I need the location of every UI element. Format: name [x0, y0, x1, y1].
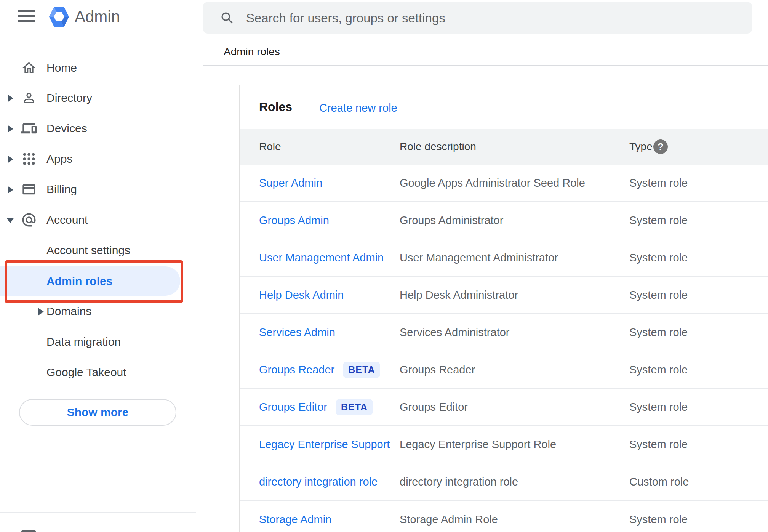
sidebar-item-apps[interactable]: Apps — [0, 144, 202, 174]
roles-panel: Roles Create new role Role Role descript… — [239, 85, 768, 532]
sidebar-item-label: Apps — [46, 152, 72, 165]
beta-badge: BETA — [343, 362, 380, 378]
help-icon[interactable]: ? — [653, 139, 668, 154]
table-row: Super Admin Google Apps Administrator Se… — [240, 165, 768, 202]
expand-caret-icon[interactable] — [8, 186, 13, 194]
sidebar-item-account[interactable]: Account — [0, 205, 202, 235]
search-bar[interactable] — [203, 2, 752, 34]
role-description: Help Desk Administrator — [400, 289, 518, 301]
expand-caret-icon[interactable] — [8, 155, 13, 163]
sidebar-item-account-settings[interactable]: Account settings — [0, 235, 202, 266]
table-header-row: Role Role description Type ? — [240, 129, 768, 165]
sidebar-item-home[interactable]: Home — [0, 53, 202, 83]
beta-badge: BETA — [336, 399, 373, 415]
role-link[interactable]: Groups Admin — [259, 214, 329, 227]
sidebar-item-data-migration[interactable]: Data migration — [0, 327, 202, 357]
table-row: Groups Reader BETA Groups Reader System … — [240, 351, 768, 389]
role-description: Groups Administrator — [400, 214, 503, 227]
role-link[interactable]: Groups Reader — [259, 364, 334, 376]
role-description: directory integration role — [400, 476, 518, 488]
role-link[interactable]: directory integration role — [259, 476, 378, 488]
role-type: System role — [629, 364, 688, 376]
table-row: User Management Admin User Management Ad… — [240, 239, 768, 277]
show-more-label: Show more — [67, 406, 129, 419]
role-type: System role — [629, 326, 688, 339]
admin-console: Admin Admin roles Home Directory Devices — [0, 0, 768, 532]
role-description: Services Administrator — [400, 326, 510, 339]
menu-hamburger-icon[interactable] — [18, 10, 35, 22]
create-new-role-link[interactable]: Create new role — [319, 102, 397, 114]
apps-grid-icon — [21, 151, 37, 167]
column-header-role: Role — [259, 141, 281, 153]
sidebar-item-label: Account — [46, 213, 88, 226]
product-title: Admin — [75, 7, 120, 26]
at-icon — [21, 212, 37, 228]
role-link[interactable]: Help Desk Admin — [259, 289, 344, 301]
table-row: Groups Editor BETA Groups Editor System … — [240, 389, 768, 426]
table-row: directory integration role directory int… — [240, 463, 768, 501]
search-icon — [219, 10, 234, 25]
partial-device-icon — [21, 530, 36, 532]
sidebar-divider — [0, 512, 196, 513]
role-type: System role — [629, 438, 688, 451]
collapse-caret-icon[interactable] — [6, 218, 14, 223]
expand-caret-icon[interactable] — [38, 308, 44, 316]
role-link[interactable]: Services Admin — [259, 326, 335, 339]
role-description: Google Apps Administrator Seed Role — [400, 177, 585, 189]
sidebar-item-google-takeout[interactable]: Google Takeout — [0, 357, 202, 388]
table-row: Services Admin Services Administrator Sy… — [240, 314, 768, 351]
sidebar-item-label: Domains — [46, 305, 91, 318]
breadcrumb: Admin roles — [224, 46, 280, 58]
sidebar-item-label: Home — [46, 61, 77, 74]
role-description: Groups Reader — [400, 364, 475, 376]
role-type: System role — [629, 177, 688, 189]
role-description: Legacy Enterprise Support Role — [400, 438, 556, 451]
role-description: User Management Administrator — [400, 252, 558, 264]
show-more-button[interactable]: Show more — [19, 399, 176, 426]
sidebar-item-label: Devices — [46, 122, 87, 135]
role-link[interactable]: Groups Editor — [259, 401, 327, 413]
role-type: Custom role — [629, 476, 689, 488]
search-input[interactable] — [245, 2, 742, 34]
sidebar-item-devices[interactable]: Devices — [0, 113, 202, 144]
sidebar-item-label: Directory — [46, 91, 92, 104]
sidebar-item-label: Google Takeout — [46, 366, 126, 379]
person-icon — [21, 90, 37, 106]
role-type: System role — [629, 513, 688, 526]
role-link[interactable]: User Management Admin — [259, 252, 384, 264]
table-row: Storage Admin Storage Admin Role System … — [240, 501, 768, 532]
panel-title: Roles — [259, 100, 292, 114]
sidebar-item-label: Account settings — [46, 244, 130, 257]
role-type: System role — [629, 214, 688, 227]
sidebar-item-billing[interactable]: Billing — [0, 174, 202, 205]
header-divider — [203, 65, 768, 66]
expand-caret-icon[interactable] — [8, 95, 13, 102]
devices-icon — [21, 120, 37, 136]
sidebar-item-label: Data migration — [46, 335, 121, 348]
sidebar-item-directory[interactable]: Directory — [0, 83, 202, 113]
table-row: Groups Admin Groups Administrator System… — [240, 202, 768, 239]
role-link[interactable]: Storage Admin — [259, 513, 331, 526]
credit-card-icon — [21, 181, 37, 197]
role-type: System role — [629, 401, 688, 413]
role-description: Groups Editor — [400, 401, 468, 413]
role-link[interactable]: Legacy Enterprise Support — [259, 438, 390, 451]
home-icon — [21, 60, 37, 76]
role-type: System role — [629, 289, 688, 301]
role-type: System role — [629, 252, 688, 264]
table-row: Legacy Enterprise Support Legacy Enterpr… — [240, 426, 768, 463]
admin-logo-icon — [49, 6, 69, 28]
table-row: Help Desk Admin Help Desk Administrator … — [240, 277, 768, 314]
role-link[interactable]: Super Admin — [259, 177, 322, 189]
expand-caret-icon[interactable] — [8, 125, 13, 133]
sidebar-item-label: Billing — [46, 183, 77, 196]
column-header-type: Type — [629, 141, 653, 153]
sidebar-item-label: Admin roles — [46, 275, 112, 288]
sidebar-item-admin-roles-selected[interactable]: Admin roles — [0, 266, 180, 296]
role-description: Storage Admin Role — [400, 513, 498, 526]
sidebar-item-domains[interactable]: Domains — [0, 296, 202, 327]
column-header-role-description: Role description — [400, 141, 476, 153]
